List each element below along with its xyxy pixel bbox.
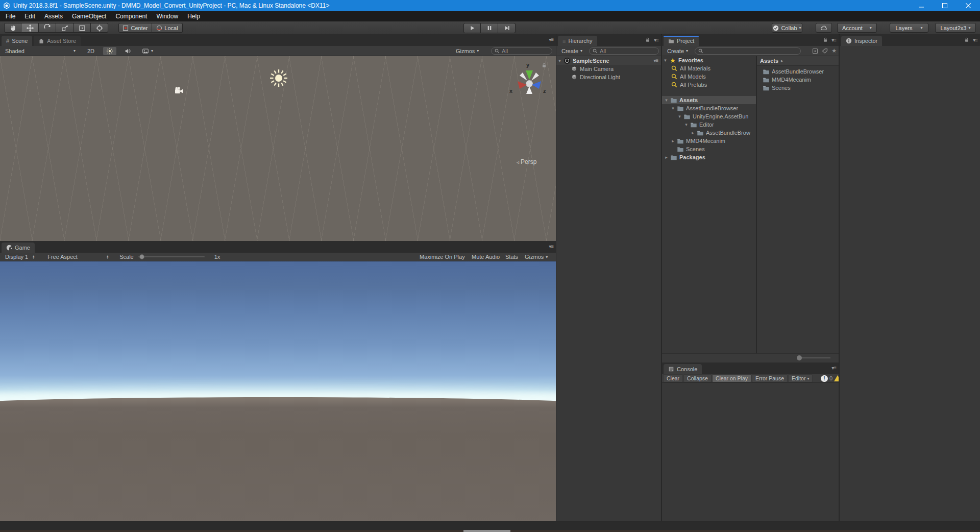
- tab-hierarchy[interactable]: ≡Hierarchy: [558, 36, 597, 46]
- move-tool-button[interactable]: [21, 23, 39, 33]
- hierarchy-search-field[interactable]: All: [589, 47, 659, 55]
- panel-menu-icon[interactable]: ▾≡: [831, 37, 836, 43]
- console-clear-button[interactable]: Clear: [663, 374, 683, 382]
- play-button[interactable]: [463, 23, 481, 33]
- hierarchy-item-directional-light[interactable]: Directional Light: [556, 73, 661, 81]
- panel-menu-icon[interactable]: ▾≡: [654, 37, 658, 43]
- expander-icon[interactable]: ▸: [670, 138, 676, 143]
- close-button[interactable]: [957, 0, 980, 11]
- project-tree-assetbundlebrowser[interactable]: ▾ AssetBundleBrowser: [662, 104, 756, 112]
- console-error-pause-button[interactable]: Error Pause: [752, 374, 788, 382]
- project-search-field[interactable]: [695, 47, 801, 55]
- favorite-all-models[interactable]: All Models: [662, 72, 756, 81]
- zoom-slider-knob[interactable]: [797, 355, 802, 360]
- pause-button[interactable]: [481, 23, 498, 33]
- hand-tool-button[interactable]: [4, 23, 21, 33]
- tab-asset-store[interactable]: Asset Store: [34, 36, 81, 46]
- tab-scene[interactable]: #Scene: [2, 36, 32, 46]
- expander-icon[interactable]: ▾: [670, 106, 676, 111]
- scene-context-menu-icon[interactable]: ▾≡: [653, 58, 658, 63]
- tab-game[interactable]: Game: [2, 243, 35, 253]
- scene-orientation-gizmo[interactable]: [513, 64, 545, 95]
- tab-inspector[interactable]: Inspector: [841, 36, 882, 46]
- rotate-tool-button[interactable]: [39, 23, 56, 33]
- expander-icon[interactable]: ▾: [556, 58, 563, 63]
- project-create-dropdown[interactable]: Create▾: [664, 47, 691, 55]
- persp-label[interactable]: ◃Persp: [517, 158, 536, 165]
- gizmos-dropdown[interactable]: Gizmos▾: [456, 48, 479, 54]
- expander-icon[interactable]: ▸: [690, 130, 696, 135]
- pivot-center-button[interactable]: Center: [118, 23, 152, 33]
- tab-console[interactable]: Console: [664, 364, 702, 374]
- search-by-label-icon[interactable]: [822, 48, 828, 54]
- game-gizmos-dropdown[interactable]: Gizmos▾: [525, 254, 548, 260]
- minimize-button[interactable]: [910, 0, 933, 11]
- hierarchy-item-main-camera[interactable]: Main Camera: [556, 65, 661, 73]
- menu-component[interactable]: Component: [111, 13, 152, 20]
- cloud-button[interactable]: [816, 23, 832, 33]
- menu-gameobject[interactable]: GameObject: [67, 13, 111, 20]
- console-clear-on-play-button[interactable]: Clear on Play: [712, 374, 751, 382]
- rect-tool-button[interactable]: [74, 23, 91, 33]
- mute-audio-button[interactable]: Mute Audio: [472, 254, 500, 260]
- shading-mode-dropdown[interactable]: Shaded▾: [2, 47, 79, 55]
- expander-icon[interactable]: ▾: [683, 122, 690, 127]
- aspect-dropdown[interactable]: Free Aspect▲▼: [44, 253, 112, 261]
- project-tree-scenes[interactable]: Scenes: [662, 145, 756, 153]
- menu-help[interactable]: Help: [183, 13, 205, 20]
- expander-icon[interactable]: ▾: [662, 58, 669, 63]
- favorite-all-prefabs[interactable]: All Prefabs: [662, 81, 756, 89]
- project-tree-assetbundlebrow[interactable]: ▸ AssetBundleBrow: [662, 129, 756, 137]
- scale-slider-knob[interactable]: [139, 254, 144, 259]
- expander-icon[interactable]: ▾: [663, 98, 670, 103]
- scale-slider[interactable]: [138, 256, 205, 257]
- project-tree-packages[interactable]: ▸ Packages: [662, 153, 756, 161]
- panel-menu-icon[interactable]: ▾≡: [549, 37, 553, 42]
- project-tree-unityengine-assetbun[interactable]: ▾ UnityEngine.AssetBun: [662, 112, 756, 120]
- lock-icon[interactable]: [964, 37, 970, 43]
- pivot-local-button[interactable]: Local: [152, 23, 183, 33]
- panel-menu-icon[interactable]: ▾≡: [973, 37, 977, 43]
- project-tree-assets[interactable]: ▾ Assets: [662, 96, 756, 104]
- menu-file[interactable]: File: [1, 13, 20, 20]
- menu-window[interactable]: Window: [152, 13, 183, 20]
- scale-tool-button[interactable]: [56, 23, 74, 33]
- project-file-scenes[interactable]: Scenes: [757, 84, 839, 92]
- panel-menu-icon[interactable]: ▾≡: [549, 244, 553, 249]
- collab-button[interactable]: Collab▾: [772, 23, 802, 33]
- tab-project[interactable]: Project: [664, 36, 699, 46]
- project-tree-editor[interactable]: ▾ Editor: [662, 120, 756, 129]
- save-search-star-icon[interactable]: ★: [831, 47, 837, 54]
- lock-icon[interactable]: [822, 37, 828, 43]
- layout-button[interactable]: Layout2x3▾: [935, 23, 976, 33]
- panel-menu-icon[interactable]: ▾≡: [831, 365, 836, 371]
- favorite-all-materials[interactable]: All Materials: [662, 64, 756, 72]
- layers-button[interactable]: Layers▾: [890, 23, 928, 33]
- maximize-on-play-button[interactable]: Maximize On Play: [420, 254, 465, 260]
- scene-lighting-toggle[interactable]: [103, 47, 116, 55]
- breadcrumb[interactable]: Assets ▸: [757, 56, 839, 66]
- 2d-toggle-button[interactable]: 2D: [84, 47, 97, 55]
- maximize-button[interactable]: [933, 0, 957, 11]
- scene-fx-dropdown[interactable]: ▾: [139, 47, 156, 55]
- project-file-assetbundlebrowser[interactable]: AssetBundleBrowser: [757, 67, 839, 76]
- scene-audio-toggle[interactable]: [121, 47, 134, 55]
- menu-edit[interactable]: Edit: [20, 13, 40, 20]
- project-file-mmd4mecanim[interactable]: MMD4Mecanim: [757, 76, 839, 84]
- console-editor-button[interactable]: Editor ▾: [788, 374, 813, 382]
- expander-icon[interactable]: ▾: [676, 114, 683, 119]
- hierarchy-create-dropdown[interactable]: Create▾: [558, 47, 585, 55]
- favorites-root[interactable]: ▾ ★ Favorites: [662, 56, 756, 64]
- stats-button[interactable]: Stats: [505, 254, 518, 260]
- console-log-area[interactable]: [662, 383, 839, 521]
- lock-icon[interactable]: [645, 37, 651, 43]
- display-dropdown[interactable]: Display 1▲▼: [2, 253, 38, 261]
- scene-search-field[interactable]: All: [491, 47, 552, 55]
- transform-tool-button[interactable]: [91, 23, 108, 33]
- game-viewport[interactable]: [0, 261, 556, 521]
- hierarchy-scene-root[interactable]: ▾ SampleScene ▾≡: [556, 56, 661, 65]
- scene-viewport[interactable]: y x z ◃Persp: [0, 56, 556, 241]
- project-tree-mmd4mecanim[interactable]: ▸ MMD4Mecanim: [662, 137, 756, 145]
- search-by-type-icon[interactable]: [812, 48, 818, 54]
- menu-assets[interactable]: Assets: [40, 13, 67, 20]
